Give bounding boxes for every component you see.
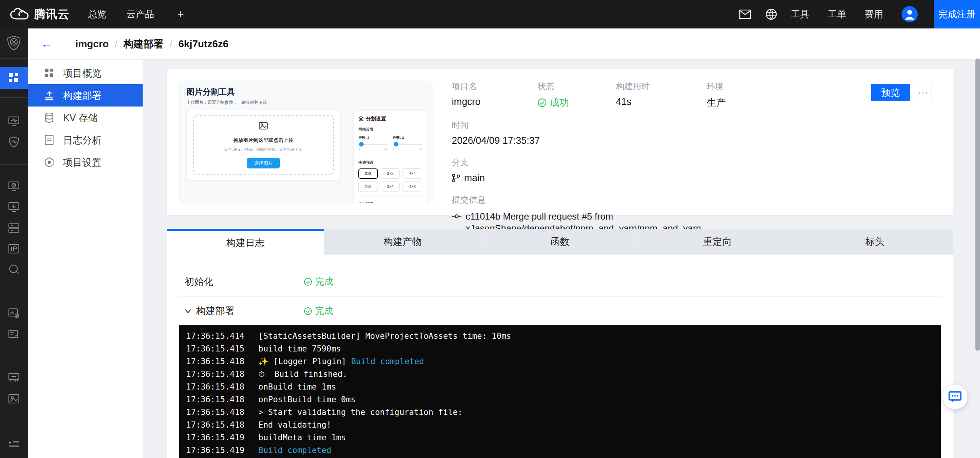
rail-pages-active-icon[interactable] bbox=[0, 67, 28, 89]
preset-chip: 3×4 bbox=[381, 182, 400, 192]
log-line: 17:36:15.418> Start validating the confi… bbox=[186, 406, 941, 418]
field-label: 环境 bbox=[707, 81, 799, 92]
globe-icon[interactable] bbox=[765, 8, 778, 21]
preset-chip: 4×4 bbox=[403, 168, 422, 179]
commit-label: 提交信息 bbox=[452, 194, 867, 206]
step-status: 完成 bbox=[304, 305, 333, 317]
dropzone-title: 拖放图片到这里或点击上传 bbox=[233, 137, 293, 144]
git-commit-icon bbox=[452, 210, 462, 222]
rail-server-icon[interactable] bbox=[0, 217, 28, 239]
tab-redirects[interactable]: 重定向 bbox=[639, 229, 797, 255]
rail-picture-icon[interactable] bbox=[0, 388, 28, 410]
log-line: 17:36:15.419buildMeta time 1ms bbox=[186, 431, 941, 444]
sidebar-item-project-overview[interactable]: 项目概览 bbox=[28, 62, 143, 84]
breadcrumb-deploy-id: 6kj7utz6z6 bbox=[178, 38, 228, 50]
sidebar-item-kv-storage[interactable]: KV 存储 bbox=[28, 107, 143, 129]
edgeone-logo-icon[interactable] bbox=[0, 32, 28, 54]
back-button[interactable]: ← bbox=[41, 37, 52, 50]
tencent-cloud-logo[interactable]: 腾讯云 bbox=[9, 7, 70, 22]
rail-search-icon[interactable] bbox=[0, 258, 28, 280]
grid-settings-label: 网格设置 bbox=[358, 127, 422, 132]
sidebar-item-label: 项目概览 bbox=[63, 67, 101, 80]
complete-registration-button[interactable]: 完成注册 bbox=[934, 0, 980, 28]
breadcrumb-separator: / bbox=[115, 38, 118, 49]
sidebar-item-label: 项目设置 bbox=[63, 156, 101, 169]
breadcrumb-section[interactable]: 构建部署 bbox=[123, 37, 163, 51]
check-circle-icon bbox=[304, 307, 312, 315]
rail-image-process-icon[interactable] bbox=[0, 324, 28, 345]
rail-monitor-download-icon[interactable] bbox=[0, 196, 28, 218]
image-icon bbox=[259, 122, 268, 130]
deployment-preview-thumbnail[interactable]: 图片分割工具 上传图片，设置分割参数，一键分割并下载 拖放图片到这里或点击上传 … bbox=[179, 82, 433, 203]
rail-monitor-circle-icon[interactable] bbox=[0, 175, 28, 197]
project-name-value: imgcro bbox=[452, 96, 537, 107]
vertical-scrollbar[interactable] bbox=[975, 58, 980, 351]
deployment-info: 项目名 imgcro 状态 成功 构建用时 41s 环境 生产 bbox=[452, 81, 867, 246]
sidebar-item-project-settings[interactable]: 项目设置 bbox=[28, 151, 143, 173]
rail-monitor-pulse-icon[interactable] bbox=[0, 110, 28, 132]
chat-bubble-icon bbox=[948, 391, 962, 403]
preview-button[interactable]: 预览 bbox=[871, 84, 910, 101]
field-label: 状态 bbox=[537, 81, 616, 92]
rail-image-gear-icon[interactable] bbox=[0, 302, 28, 324]
log-line: 17:36:15.419Build completed bbox=[186, 444, 941, 456]
nav-tickets[interactable]: 工单 bbox=[828, 8, 846, 20]
branch-label: 分支 bbox=[452, 157, 867, 168]
environment-value: 生产 bbox=[707, 96, 799, 109]
brand-name: 腾讯云 bbox=[34, 7, 70, 22]
person-icon bbox=[905, 9, 915, 20]
field-label: 构建用时 bbox=[616, 81, 707, 92]
rail-console-icon[interactable] bbox=[0, 367, 28, 388]
nav-billing[interactable]: 费用 bbox=[865, 8, 883, 20]
preview-site-subtitle: 上传图片，设置分割参数，一键分割并下载 bbox=[186, 100, 267, 105]
chat-support-button[interactable] bbox=[943, 385, 967, 409]
nav-add-tab-button[interactable]: + bbox=[177, 8, 184, 21]
cloud-logo-icon bbox=[9, 7, 29, 21]
tab-functions[interactable]: 函数 bbox=[481, 229, 639, 255]
status-badge: 成功 bbox=[537, 96, 616, 109]
sidebar-item-log-analysis[interactable]: 日志分析 bbox=[28, 129, 143, 151]
rows-slider bbox=[358, 144, 388, 145]
database-icon bbox=[44, 112, 55, 123]
check-circle-icon bbox=[304, 278, 312, 286]
rail-terminal-icon[interactable] bbox=[0, 433, 28, 455]
rail-shield-pulse-icon[interactable] bbox=[0, 131, 28, 153]
sidebar-item-label: 构建部署 bbox=[63, 89, 101, 102]
rail-ip-icon[interactable] bbox=[0, 238, 28, 260]
log-line: 17:36:15.415build time 7590ms bbox=[186, 342, 941, 355]
deployment-tabs: 构建日志 构建产物 函数 重定向 标头 bbox=[167, 229, 953, 255]
build-step-init[interactable]: 初始化 完成 bbox=[167, 268, 953, 295]
tab-headers[interactable]: 标头 bbox=[796, 229, 953, 255]
step-status: 完成 bbox=[304, 276, 333, 288]
breadcrumb-project[interactable]: imgcro bbox=[75, 38, 109, 50]
product-icon-rail bbox=[0, 28, 28, 458]
time-value: 2026/04/09 17:35:37 bbox=[452, 135, 867, 146]
mail-icon[interactable] bbox=[739, 8, 752, 21]
user-avatar[interactable] bbox=[902, 6, 918, 22]
log-line: 17:36:15.418onPostBuild time 0ms bbox=[186, 393, 941, 406]
nav-overview[interactable]: 总览 bbox=[88, 8, 106, 20]
grid-icon bbox=[44, 68, 55, 78]
field-label: 项目名 bbox=[452, 81, 537, 92]
tab-build-log[interactable]: 构建日志 bbox=[167, 229, 324, 255]
cols-slider bbox=[393, 144, 422, 145]
build-duration-value: 41s bbox=[616, 96, 707, 107]
git-branch-icon bbox=[452, 173, 460, 183]
choose-image-button: 选择图片 bbox=[247, 158, 280, 168]
sidebar-item-label: KV 存储 bbox=[63, 112, 98, 124]
log-line: 17:36:15.418End validating! bbox=[186, 418, 941, 431]
preset-chip: 2×3 bbox=[358, 182, 378, 192]
slider-max: 20 bbox=[384, 147, 388, 150]
document-icon bbox=[44, 135, 55, 145]
sidebar-item-build-deploy[interactable]: 构建部署 bbox=[28, 84, 143, 107]
build-log-terminal[interactable]: 17:36:15.414[StaticAssetsBuilder] MovePr… bbox=[179, 325, 941, 458]
step-label: 初始化 bbox=[185, 275, 213, 288]
preview-site-title: 图片分割工具 bbox=[186, 87, 235, 97]
nav-tools[interactable]: 工具 bbox=[791, 8, 809, 20]
nav-products[interactable]: 云产品 bbox=[126, 8, 154, 20]
sidebar-item-label: 日志分析 bbox=[63, 134, 101, 147]
build-log-panel: 初始化 完成 构建部署 完成 17:36:15.414[StaticAssets… bbox=[167, 255, 953, 458]
build-step-deploy[interactable]: 构建部署 完成 bbox=[167, 298, 953, 324]
tab-build-artifacts[interactable]: 构建产物 bbox=[324, 229, 482, 255]
more-actions-button[interactable]: ··· bbox=[915, 84, 932, 101]
